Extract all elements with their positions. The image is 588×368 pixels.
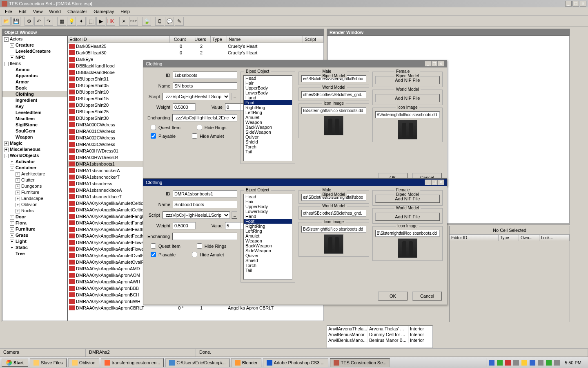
cell-col-id[interactable]: Editor ID <box>450 235 499 241</box>
tree-item[interactable]: +Dungeons <box>2 183 67 189</box>
biped-list[interactable]: HeadHairUpperBodyLowerBodyHandFootRightR… <box>243 194 292 280</box>
playable-checkbox[interactable] <box>151 133 156 139</box>
minimize-button[interactable]: _ <box>565 1 572 7</box>
tree-item[interactable]: +Activator <box>2 159 67 165</box>
tray-icon[interactable] <box>521 360 527 366</box>
tray-icon[interactable] <box>530 360 535 366</box>
add-nif-button-2[interactable]: Add NIF File <box>375 94 440 102</box>
havoc-icon[interactable]: HK <box>106 17 115 26</box>
quest-checkbox[interactable] <box>151 125 156 130</box>
tree-item[interactable]: +Magic <box>2 140 67 146</box>
tree-item[interactable]: +Tree <box>2 251 67 257</box>
tree-item[interactable]: +Static <box>2 245 67 251</box>
run-icon[interactable]: ▶ <box>96 17 105 26</box>
tree-item[interactable]: +Architecture <box>2 171 67 177</box>
biped-item[interactable]: Hair <box>244 199 292 204</box>
tree-item[interactable]: +Book <box>2 85 67 91</box>
list-row[interactable]: DMRAA0rykAngelikaApronCBRLT0 *1Angelika … <box>68 305 323 311</box>
hide-rings-checkbox[interactable] <box>197 243 202 249</box>
biped-item[interactable]: BackWeapon <box>244 243 292 248</box>
icon-path-f[interactable]: B\Sisternightfall\ico sbsnboots.dd <box>375 230 440 237</box>
cancel-button[interactable]: Cancel <box>412 292 442 301</box>
chat-icon[interactable]: 💬 <box>165 17 174 26</box>
search-icon[interactable]: Q <box>155 17 164 26</box>
menu-help[interactable]: Help <box>117 8 133 15</box>
tree-item[interactable]: -Items <box>2 61 67 67</box>
icon-path[interactable]: B\Sisternightfall\ico sbsnboots.dd <box>301 226 366 233</box>
tray-icon[interactable] <box>489 360 494 366</box>
enchanting-select[interactable]: zzzVipCxjHighHeelsL2Enc <box>172 114 237 121</box>
biped-item[interactable]: Quiver <box>244 135 292 139</box>
tray-icon[interactable] <box>554 360 560 366</box>
icon-path-f[interactable]: B\Sisternightfall\ico sbsnboots.dd <box>375 111 440 118</box>
tree-item[interactable]: +Furniture <box>2 226 67 232</box>
dialog-minimize-button[interactable]: _ <box>425 61 431 67</box>
light-icon[interactable]: 💡 <box>67 17 76 26</box>
tree-item[interactable]: +Weapon <box>2 134 67 140</box>
taskbar-item[interactable]: C:\Users\Eric\Desktop\... <box>165 358 229 367</box>
menu-file[interactable]: File <box>2 8 16 15</box>
list-row[interactable]: Dark05Heart3002Cruelty's Heart <box>68 49 323 56</box>
category-tree[interactable]: -Actors+Creature+LeveledCreature+NPC-Ite… <box>2 36 67 321</box>
biped-item[interactable]: Weapon <box>244 120 292 125</box>
tree-item[interactable]: +SoulGem <box>2 128 67 134</box>
add-nif-button-2[interactable]: Add NIF File <box>375 213 440 221</box>
menu-edit[interactable]: Edit <box>16 8 30 15</box>
world-model-path[interactable]: othes\SBclothes\SBclothes_gnd. <box>301 91 366 98</box>
biped-item[interactable]: Torch <box>244 144 292 149</box>
biped-item[interactable]: Torch <box>244 263 292 268</box>
biped-item[interactable]: LowerBody <box>244 209 292 214</box>
dialog-close-button[interactable]: ✕ <box>438 61 444 67</box>
clock[interactable]: 5:50 PM <box>562 360 584 365</box>
tree-item[interactable]: +Rocks <box>2 208 67 214</box>
cell-row[interactable]: AnvilArvenaThela...Arvena Thelas' ...Int… <box>327 326 432 332</box>
biped-item[interactable]: RightRing <box>244 224 292 229</box>
biped-list[interactable]: HeadHairUpperBodyLowerBodyHandFootRightR… <box>243 75 292 161</box>
menu-world[interactable]: World <box>46 8 64 15</box>
cell-col-type[interactable]: Type <box>499 235 519 241</box>
tree-item[interactable]: +LeveledItem <box>2 110 67 116</box>
close-button[interactable]: ✕ <box>580 1 586 7</box>
tree-item[interactable]: +Creature <box>2 42 67 48</box>
dialog-maximize-button[interactable]: ❐ <box>431 180 438 185</box>
biped-item[interactable]: UpperBody <box>244 204 292 209</box>
menu-gameplay[interactable]: Gameplay <box>90 8 117 15</box>
dialog-titlebar[interactable]: Clothing _ ❐ ✕ <box>143 60 447 67</box>
biped-item[interactable]: Weapon <box>244 238 292 243</box>
tray-icon[interactable] <box>546 360 552 366</box>
dialog-minimize-button[interactable]: _ <box>425 180 431 185</box>
taskbar-item[interactable]: TES Construction Se... <box>330 358 390 367</box>
biped-item[interactable]: LeftRing <box>244 110 292 115</box>
biped-item[interactable]: Amulet <box>244 233 292 238</box>
weather-icon[interactable]: ☀ <box>119 17 128 26</box>
weight-input[interactable] <box>173 222 196 229</box>
tree-icon[interactable]: ⬚ <box>87 17 96 26</box>
tray-icon[interactable] <box>505 360 511 366</box>
biped-item[interactable]: BackWeapon <box>244 125 292 130</box>
tree-item[interactable]: +Oblivion <box>2 202 67 208</box>
tray-icon[interactable] <box>513 360 519 366</box>
star-icon[interactable]: ✦ <box>77 17 86 26</box>
icon-path[interactable]: B\Sisternightfall\ico sbsnboots.dd <box>301 107 366 114</box>
script-select[interactable]: zzzVipCxjHighHeelsLLScrip <box>163 93 230 100</box>
biped-item[interactable]: Tail <box>244 268 292 273</box>
cell-row[interactable]: AnvilBeniusMano...Benirus Manor B...Inte… <box>327 337 432 343</box>
tree-item[interactable]: +LeveledCreature <box>2 48 67 54</box>
menu-view[interactable]: View <box>30 8 46 15</box>
col-name[interactable]: Name <box>227 36 303 43</box>
script-select[interactable]: zzzVipCxjHighHeelsLLScrip <box>163 211 230 219</box>
tree-item[interactable]: +Door <box>2 214 67 220</box>
tree-item[interactable]: +Furniture <box>2 189 67 195</box>
cell-list[interactable]: AnvilArvenaThela...Arvena Thelas' ...Int… <box>327 325 433 348</box>
biped-item[interactable]: UpperBody <box>244 85 292 90</box>
tray-icon[interactable] <box>497 360 503 366</box>
dialog-titlebar[interactable]: Clothing _ ❐ ✕ <box>143 179 447 186</box>
tray-icon[interactable] <box>538 360 543 366</box>
cell-col-lock[interactable]: Lock... <box>539 235 570 241</box>
tree-item[interactable]: +NPC <box>2 54 67 61</box>
enchanting-select[interactable]: zzzVipCxjHighHeelsL2Enc <box>172 233 237 240</box>
tree-item[interactable]: +Light <box>2 238 67 245</box>
biped-item[interactable]: Head <box>244 76 292 81</box>
col-script[interactable]: Script <box>303 36 323 43</box>
biped-item[interactable]: Shield <box>244 139 292 144</box>
